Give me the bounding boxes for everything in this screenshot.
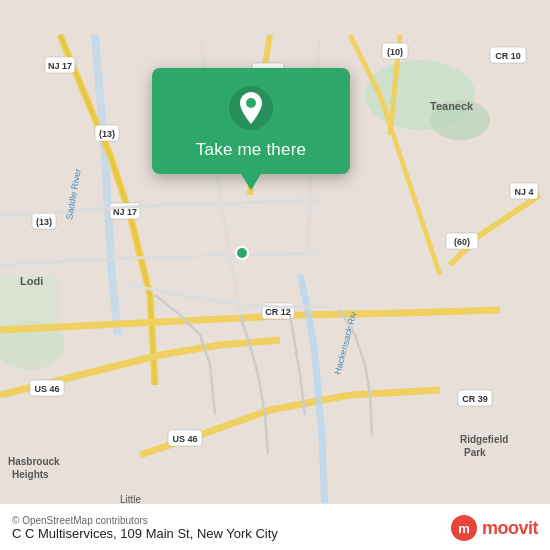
svg-point-42: [246, 98, 256, 108]
svg-text:Heights: Heights: [12, 469, 49, 480]
svg-text:Hasbrouck: Hasbrouck: [8, 456, 60, 467]
map-attribution: © OpenStreetMap contributors: [12, 515, 278, 526]
svg-point-40: [236, 247, 248, 259]
svg-text:(13): (13): [99, 129, 115, 139]
svg-text:(13): (13): [36, 217, 52, 227]
svg-text:CR 10: CR 10: [495, 51, 521, 61]
moovit-text: moovit: [482, 518, 538, 539]
svg-text:NJ 4: NJ 4: [514, 187, 533, 197]
svg-text:Ridgefield: Ridgefield: [460, 434, 508, 445]
moovit-logo: m moovit: [450, 514, 538, 542]
bottom-bar-info: © OpenStreetMap contributors C C Multise…: [12, 515, 278, 541]
location-pin-icon: [229, 86, 273, 130]
svg-text:(10): (10): [387, 47, 403, 57]
svg-text:CR 39: CR 39: [462, 394, 488, 404]
svg-text:Teaneck: Teaneck: [430, 100, 474, 112]
svg-text:m: m: [458, 521, 470, 536]
svg-text:(60): (60): [454, 237, 470, 247]
bottom-bar: © OpenStreetMap contributors C C Multise…: [0, 503, 550, 550]
moovit-icon: m: [450, 514, 478, 542]
svg-text:Park: Park: [464, 447, 486, 458]
popup-card: Take me there: [152, 68, 350, 174]
svg-text:NJ 17: NJ 17: [48, 61, 72, 71]
svg-text:Lodi: Lodi: [20, 275, 43, 287]
place-name: C C Multiservices, 109 Main St, New York…: [12, 526, 278, 541]
take-me-there-button[interactable]: Take me there: [196, 140, 306, 160]
svg-text:US 46: US 46: [172, 434, 197, 444]
map-container: NJ 17 NJ 17 (13) (13) CR 51 (10) CR 10 N…: [0, 0, 550, 550]
svg-text:US 46: US 46: [34, 384, 59, 394]
